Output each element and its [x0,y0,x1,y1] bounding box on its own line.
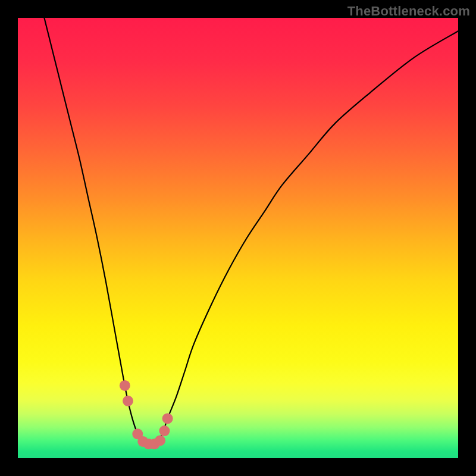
curve-markers [120,380,173,449]
watermark-text: TheBottleneck.com [347,4,470,19]
curve-marker [155,435,165,446]
curve-marker [123,396,133,406]
curve-marker [120,380,130,391]
bottleneck-curve [44,18,458,445]
curve-marker [159,425,170,436]
plot-area [18,18,458,458]
outer-frame: TheBottleneck.com [0,0,476,476]
curve-marker [162,413,173,424]
chart-svg [18,18,458,458]
